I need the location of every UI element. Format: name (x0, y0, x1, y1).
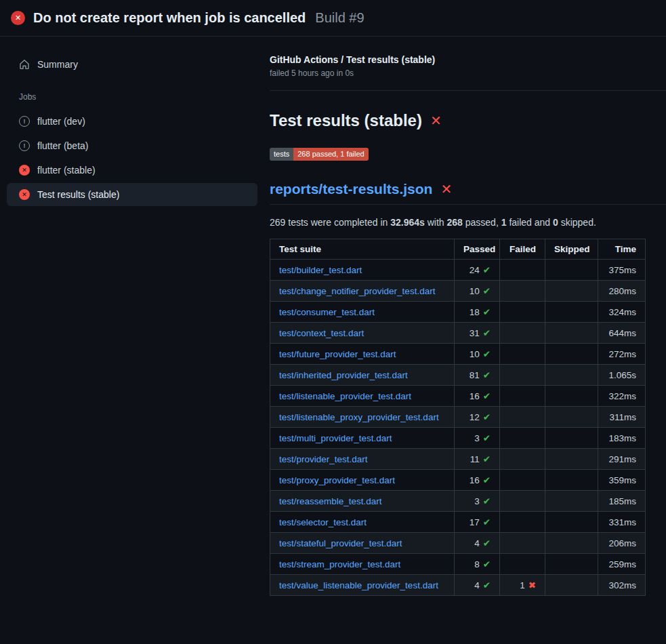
home-icon (19, 59, 30, 70)
passed-cell-value: 12 (470, 412, 480, 422)
time-cell: 322ms (598, 386, 646, 407)
skipped-cell (545, 407, 598, 428)
table-row: test/selector_test.dart17✔331ms (270, 512, 646, 533)
test-suite-link[interactable]: test/context_test.dart (279, 328, 364, 338)
skipped-cell (545, 512, 598, 533)
time-cell: 644ms (598, 323, 646, 344)
pass-check-icon: ✔ (483, 307, 491, 317)
passed-cell: 8✔ (455, 554, 500, 575)
test-suite-link[interactable]: test/consumer_test.dart (279, 307, 375, 317)
time-cell: 302ms (598, 575, 646, 596)
sidebar-item-label: flutter (dev) (37, 116, 85, 127)
pass-check-icon: ✔ (483, 433, 491, 443)
run-title: Do not create report when job is cancell… (33, 10, 306, 26)
test-suite-link[interactable]: test/value_listenable_provider_test.dart (279, 580, 438, 590)
test-suite-link[interactable]: test/listenable_provider_test.dart (279, 391, 411, 401)
pass-check-icon: ✔ (483, 349, 491, 359)
breadcrumb: GitHub Actions / Test results (stable) (270, 54, 666, 65)
test-suite-link[interactable]: test/provider_test.dart (279, 454, 368, 464)
test-suite-cell: test/future_provider_test.dart (270, 344, 455, 365)
test-suite-cell: test/context_test.dart (270, 323, 455, 344)
summary-passed-count: 268 (447, 217, 463, 228)
passed-cell-value: 10 (470, 349, 480, 359)
job-failed-icon: ✕ (19, 165, 30, 176)
time-cell: 183ms (598, 428, 646, 449)
time-cell: 331ms (598, 512, 646, 533)
failed-cell (500, 344, 545, 365)
results-table-body: test/builder_test.dart24✔375mstest/chang… (270, 260, 646, 596)
test-suite-link[interactable]: test/listenable_proxy_provider_test.dart (279, 412, 439, 422)
skipped-cell (545, 575, 598, 596)
skipped-cell (545, 533, 598, 554)
passed-cell: 18✔ (455, 302, 500, 323)
skipped-cell (545, 428, 598, 449)
test-suite-link[interactable]: test/proxy_provider_test.dart (279, 475, 395, 485)
test-suite-cell: test/multi_provider_test.dart (270, 428, 455, 449)
test-suite-link[interactable]: test/change_notifier_provider_test.dart (279, 286, 435, 296)
table-row: test/listenable_proxy_provider_test.dart… (270, 407, 646, 428)
summary-text: failed and (507, 217, 554, 228)
passed-cell-value: 17 (470, 517, 480, 527)
passed-cell: 81✔ (455, 365, 500, 386)
pass-check-icon: ✔ (483, 580, 491, 590)
failed-cell (500, 302, 545, 323)
test-suite-link[interactable]: test/builder_test.dart (279, 265, 362, 275)
jobs-sidebar: Summary Jobs ! flutter (dev) ! flutter (… (0, 37, 264, 207)
skipped-cell (545, 323, 598, 344)
table-row: test/multi_provider_test.dart3✔183ms (270, 428, 646, 449)
skipped-cell (545, 365, 598, 386)
skipped-cell (545, 386, 598, 407)
pass-check-icon: ✔ (483, 475, 491, 485)
test-suite-cell: test/proxy_provider_test.dart (270, 470, 455, 491)
results-table-header-row: Test suitePassedFailedSkippedTime (270, 239, 646, 260)
test-suite-link[interactable]: test/stateful_provider_test.dart (279, 538, 402, 548)
passed-cell: 16✔ (455, 470, 500, 491)
passed-cell: 17✔ (455, 512, 500, 533)
fail-cross-icon: ✖ (528, 580, 536, 590)
sidebar-item-label: flutter (beta) (37, 140, 88, 151)
skipped-cell (545, 449, 598, 470)
test-suite-cell: test/consumer_test.dart (270, 302, 455, 323)
results-table: Test suitePassedFailedSkippedTime test/b… (270, 239, 646, 596)
column-header-time: Time (598, 239, 646, 260)
passed-cell: 10✔ (455, 344, 500, 365)
passed-cell: 16✔ (455, 386, 500, 407)
summary-skipped-count: 0 (553, 217, 558, 228)
job-cancelled-icon: ! (19, 116, 30, 127)
table-row: test/reassemble_test.dart3✔185ms (270, 491, 646, 512)
summary-text: passed, (463, 217, 501, 228)
table-row: test/inherited_provider_test.dart81✔1.06… (270, 365, 646, 386)
sidebar-item-test-results-stable[interactable]: ✕ Test results (stable) (7, 183, 257, 206)
test-suite-link[interactable]: test/selector_test.dart (279, 517, 367, 527)
sidebar-item-flutter-beta[interactable]: ! flutter (beta) (7, 134, 257, 157)
test-suite-link[interactable]: test/reassemble_test.dart (279, 496, 382, 506)
test-suite-link[interactable]: test/future_provider_test.dart (279, 349, 396, 359)
passed-cell: 4✔ (455, 533, 500, 554)
main-content: GitHub Actions / Test results (stable) f… (264, 37, 666, 596)
run-header: ✕ Do not create report when job is cance… (0, 0, 666, 37)
badge-label: tests (270, 148, 293, 161)
section-failed-icon: ✕ (430, 114, 442, 127)
run-status-line: failed 5 hours ago in 0s (270, 68, 666, 78)
test-suite-link[interactable]: test/multi_provider_test.dart (279, 433, 392, 443)
test-suite-link[interactable]: test/stream_provider_test.dart (279, 559, 400, 569)
time-cell: 311ms (598, 407, 646, 428)
pass-check-icon: ✔ (483, 559, 491, 569)
test-suite-link[interactable]: test/inherited_provider_test.dart (279, 370, 408, 380)
jobs-heading: Jobs (0, 77, 264, 108)
skipped-cell (545, 260, 598, 281)
report-file-link[interactable]: reports/test-results.json (270, 181, 432, 197)
test-suite-cell: test/stateful_provider_test.dart (270, 533, 455, 554)
sidebar-item-flutter-stable[interactable]: ✕ flutter (stable) (7, 159, 257, 182)
test-suite-cell: test/listenable_proxy_provider_test.dart (270, 407, 455, 428)
sidebar-item-summary[interactable]: Summary (7, 53, 257, 76)
summary-text: skipped. (558, 217, 596, 228)
time-cell: 291ms (598, 449, 646, 470)
failed-cell (500, 386, 545, 407)
sidebar-item-flutter-dev[interactable]: ! flutter (dev) (7, 110, 257, 133)
pass-check-icon: ✔ (483, 454, 491, 464)
summary-text: 269 tests were completed in (270, 217, 390, 228)
summary-duration: 32.964s (390, 217, 425, 228)
table-row: test/value_listenable_provider_test.dart… (270, 575, 646, 596)
failed-cell (500, 512, 545, 533)
